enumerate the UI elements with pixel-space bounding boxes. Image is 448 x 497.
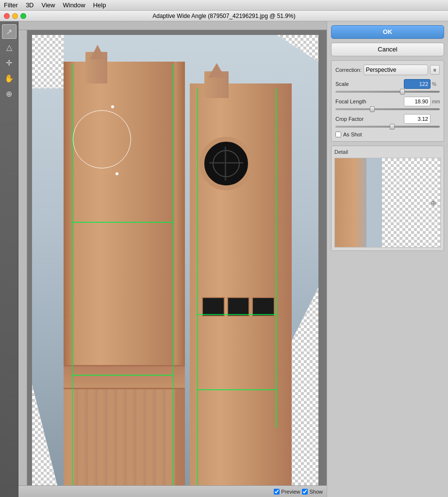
constraint-line-h2 (197, 314, 277, 315)
focal-length-slider-track[interactable] (335, 108, 440, 110)
left-ruler (18, 30, 27, 497)
cancel-button[interactable]: Cancel (331, 43, 444, 56)
preview-checkbox[interactable] (274, 489, 280, 495)
focal-length-input[interactable] (404, 97, 431, 106)
right-panel: OK Cancel Correction: Perspective Fishey… (327, 21, 448, 497)
zoom-tool-button[interactable]: ⊕ (2, 86, 17, 101)
preview-label: Preview (281, 489, 300, 495)
detail-panel: Detail ⊕ (331, 146, 444, 251)
menu-help[interactable]: Help (93, 1, 106, 9)
minimize-button[interactable] (12, 13, 18, 19)
scale-slider-track[interactable] (335, 91, 440, 93)
as-shot-row: As Shot (335, 132, 440, 137)
show-toggle[interactable]: Show (302, 489, 323, 495)
move-tool-button[interactable]: ✛ (2, 55, 17, 70)
focal-length-label: Focal Length (335, 99, 404, 104)
preview-toggle[interactable]: Preview (274, 489, 300, 495)
crop-factor-slider-thumb[interactable] (390, 124, 395, 130)
crop-factor-input[interactable] (404, 114, 431, 124)
detail-image (335, 158, 386, 248)
focal-length-row: Focal Length mm (335, 97, 440, 106)
show-checkbox[interactable] (302, 489, 308, 495)
top-ruler (18, 21, 327, 30)
scale-slider-thumb[interactable] (400, 89, 405, 95)
image-canvas[interactable] (27, 30, 327, 497)
constraint-line-v2 (173, 64, 174, 491)
constraint-line-h4 (197, 389, 277, 390)
correction-menu-button[interactable]: ≡ (430, 65, 440, 75)
focal-length-unit: mm (432, 99, 440, 104)
scale-label: Scale (335, 81, 404, 87)
detail-preview: ⊕ (334, 158, 441, 248)
focal-length-slider-thumb[interactable] (370, 106, 375, 112)
close-button[interactable] (4, 13, 10, 19)
constraint-line-h1 (72, 222, 174, 223)
constraint-tool-button[interactable]: ↗ (2, 24, 17, 39)
menu-window[interactable]: Window (63, 1, 85, 9)
main-layout: ↗ △ ✛ ✋ ⊕ (0, 21, 448, 497)
constraint-line-v1 (72, 64, 73, 491)
as-shot-checkbox[interactable] (335, 132, 341, 137)
correction-panel: Correction: Perspective Fisheye Auto Ful… (331, 60, 444, 142)
show-label: Show (309, 489, 323, 495)
scale-unit: % (432, 82, 440, 87)
ok-button[interactable]: OK (331, 25, 444, 39)
menu-filter[interactable]: Filter (4, 1, 18, 9)
crop-factor-slider-container (335, 126, 440, 128)
constraint-line-v3 (197, 88, 198, 491)
scale-row: Scale % (335, 79, 440, 89)
constraint-line-v4 (276, 88, 277, 428)
constraint-handle-top[interactable] (111, 105, 114, 108)
menu-3d[interactable]: 3D (26, 1, 34, 9)
canvas-area[interactable]: Preview Show (18, 21, 327, 497)
as-shot-label: As Shot (343, 132, 362, 137)
correction-dropdown[interactable]: Perspective Fisheye Auto Full Spherical (364, 65, 428, 75)
correction-label: Correction: (335, 67, 362, 73)
focal-length-slider-container (335, 108, 440, 110)
menu-view[interactable]: View (42, 1, 55, 9)
traffic-lights (4, 13, 26, 19)
constraint-line-h3 (72, 375, 174, 376)
title-bar: Adaptive Wide Angle (879507_42196291.jpg… (0, 11, 448, 21)
scale-slider-container (335, 91, 440, 93)
maximize-button[interactable] (20, 13, 26, 19)
bottom-bar: Preview Show (18, 485, 327, 497)
menu-bar: Filter 3D View Window Help (0, 0, 448, 11)
window-title: Adaptive Wide Angle (879507_42196291.jpg… (152, 13, 295, 19)
crop-factor-row: Crop Factor (335, 114, 440, 124)
crop-factor-slider-track[interactable] (335, 126, 440, 128)
detail-crosshair-icon: ⊕ (431, 199, 436, 207)
hand-tool-button[interactable]: ✋ (2, 71, 17, 85)
detail-title: Detail (334, 149, 441, 155)
left-toolbar: ↗ △ ✛ ✋ ⊕ (0, 21, 18, 497)
correction-row: Correction: Perspective Fisheye Auto Ful… (335, 65, 440, 75)
photo-container (32, 35, 318, 491)
polygon-tool-button[interactable]: △ (2, 40, 17, 54)
scale-input[interactable] (404, 79, 431, 89)
constraint-circle (73, 110, 131, 168)
crop-factor-label: Crop Factor (335, 116, 404, 122)
constraint-handle-bottom[interactable] (116, 172, 118, 175)
